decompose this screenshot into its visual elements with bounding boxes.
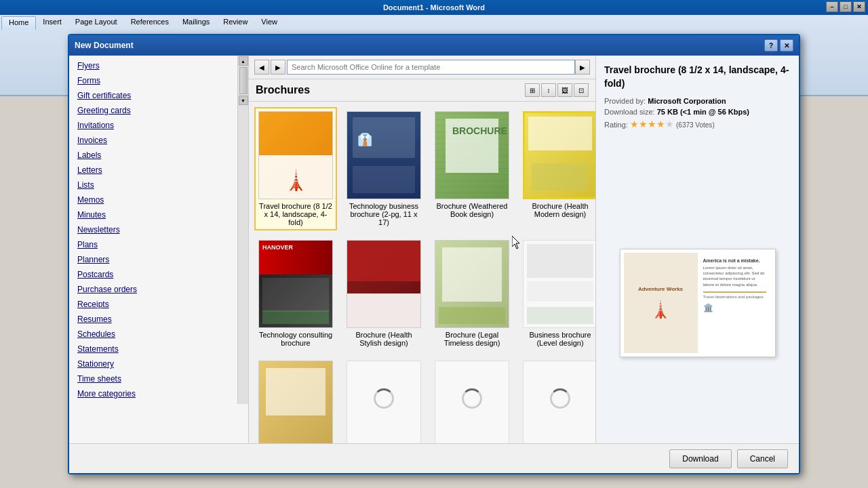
sidebar-item-greeting-cards[interactable]: Greeting cards [69,103,237,118]
preview-left: Adventure Works 🗼 [624,253,698,353]
sidebar-item-invitations[interactable]: Invitations [69,118,237,133]
template-label-tech-consult: Technology consulting brochure [258,331,333,347]
sidebar-item-statements[interactable]: Statements [69,342,237,357]
tab-review[interactable]: Review [216,16,254,30]
window-title: Document1 - Microsoft Word [383,3,485,12]
template-thumb-legal-timeless [435,240,509,328]
detail-panel: Travel brochure (8 1/2 x 14, landscape, … [595,56,799,473]
sidebar-item-stationery[interactable]: Stationery [69,357,237,371]
template-label-health-modern: Brochure (Health Modern design) [523,202,595,218]
new-document-dialog: New Document ? ✕ Flyers Forms Gift certi… [68,34,800,474]
template-thumb-professional-services [435,361,509,449]
tab-insert[interactable]: Insert [36,16,68,30]
sidebar-list: Flyers Forms Gift certificates Greeting … [69,56,237,404]
title-bar-controls: – □ ✕ [826,1,865,12]
sidebar-item-resumes[interactable]: Resumes [69,312,237,327]
dialog-titlebar-controls: ? ✕ [764,39,793,52]
search-go-button[interactable]: ▶ [575,60,590,75]
sidebar-item-lists[interactable]: Lists [69,178,237,192]
view-large-button[interactable]: 🖼 [557,83,572,97]
dialog-help-button[interactable]: ? [764,39,778,52]
dialog-close-button[interactable]: ✕ [780,39,793,52]
sidebar-item-letters[interactable]: Letters [69,163,237,178]
template-thumb-health-stylish [347,240,421,328]
preview-brand: Adventure Works [638,286,683,292]
restore-button[interactable]: □ [840,1,852,12]
title-bar: Document1 - Microsoft Word – □ ✕ [0,0,868,15]
template-thumb-business-marketing [523,361,595,449]
sidebar-item-schedules[interactable]: Schedules [69,327,237,342]
template-item-health-modern[interactable]: Brochure (Health Modern design) [519,107,595,230]
sidebar-item-newsletters[interactable]: Newsletters [69,222,237,237]
template-thumb-tech-business: 👔 [347,111,421,199]
template-thumb-travel [258,111,333,199]
search-input[interactable] [287,60,575,75]
template-item-health-stylish[interactable]: Brochure (Health Stylish design) [342,236,425,351]
preview-right: America is not a mistake. Lorem ipsum do… [698,253,772,353]
sidebar-item-invoices[interactable]: Invoices [69,133,237,148]
tab-view[interactable]: View [254,16,284,30]
minimize-button[interactable]: – [826,1,838,12]
sidebar-scroll-thumb[interactable] [239,67,248,94]
download-button[interactable]: Download [669,449,731,468]
download-size-value: 75 KB (<1 min @ 56 Kbps) [657,108,749,116]
preview-inner: Adventure Works 🗼 America is not a mista… [624,253,772,353]
sidebar-scroll-up-arrow[interactable]: ▲ [239,56,248,66]
template-thumb-business-812 [258,361,333,449]
tab-page-layout[interactable]: Page Layout [68,16,124,30]
sidebar-item-plans[interactable]: Plans [69,237,237,252]
template-label-tech-business: Technology business brochure (2-pg, 11 x… [347,202,421,226]
detail-rating: Rating: ★★★★★ (6373 Votes) [604,119,791,129]
sidebar-item-flyers[interactable]: Flyers [69,58,237,73]
sidebar-item-more-categories[interactable]: More categories [69,386,237,401]
template-item-weathered[interactable]: BROCHURE Brochure (Weathered Book design… [431,107,513,230]
template-label-legal-timeless: Brochure (Legal Timeless design) [435,331,509,347]
template-item-travel[interactable]: Travel brochure (8 1/2 x 14, landscape, … [254,107,337,230]
sidebar-item-planners[interactable]: Planners [69,252,237,267]
sidebar-item-forms[interactable]: Forms [69,73,237,88]
view-small-button[interactable]: ⊡ [574,83,589,97]
sidebar-item-minutes[interactable]: Minutes [69,207,237,222]
sidebar-item-receipts[interactable]: Receipts [69,297,237,312]
template-thumb-tech-consult: HANOVER [258,240,333,328]
sidebar-item-purchase-orders[interactable]: Purchase orders [69,282,237,297]
tab-references[interactable]: References [124,16,176,30]
template-label-weathered: Brochure (Weathered Book design) [435,202,509,218]
template-label-health-stylish: Brochure (Health Stylish design) [347,331,421,347]
main-content: ◀ ▶ ▶ Brochures ⊞ ↕ 🖼 ⊡ [249,56,595,473]
template-grid-container: Travel brochure (8 1/2 x 14, landscape, … [249,102,595,473]
tab-mailings[interactable]: Mailings [176,16,216,30]
close-button[interactable]: ✕ [853,1,865,12]
sidebar: Flyers Forms Gift certificates Greeting … [69,56,249,473]
view-grid-button[interactable]: ⊞ [525,83,540,97]
template-item-legal-timeless[interactable]: Brochure (Legal Timeless design) [431,236,513,351]
preview-image-container: Adventure Works 🗼 America is not a mista… [604,140,791,465]
template-item-tech-business[interactable]: 👔 Technology business brochure (2-pg, 11… [342,107,425,230]
dialog-footer: Download Cancel [69,443,799,473]
template-item-tech-consult[interactable]: HANOVER Technology consulting brochure [254,236,337,351]
detail-provided-by: Provided by: Microsoft Corporation [604,97,791,105]
preview-image: Adventure Works 🗼 America is not a mista… [620,249,776,357]
sidebar-item-labels[interactable]: Labels [69,148,237,163]
rating-votes: (6373 Votes) [676,121,715,129]
provided-by-value: Microsoft Corporation [648,97,726,105]
sidebar-scroll-down-arrow[interactable]: ▼ [239,96,248,105]
rating-stars: ★★★★★ [630,119,674,129]
brochures-header: Brochures ⊞ ↕ 🖼 ⊡ [249,79,595,102]
sidebar-item-postcards[interactable]: Postcards [69,267,237,282]
ribbon-tabs: Home Insert Page Layout References Maili… [0,15,868,30]
dialog-title: New Document [75,41,134,50]
cancel-button[interactable]: Cancel [737,449,788,468]
template-label-travel: Travel brochure (8 1/2 x 14, landscape, … [258,202,333,226]
brochures-title: Brochures [256,84,310,96]
template-item-business-level[interactable]: Business brochure (Level design) [519,236,595,351]
detail-download-size: Download size: 75 KB (<1 min @ 56 Kbps) [604,108,791,116]
search-bar: ◀ ▶ ▶ [249,56,595,79]
forward-button[interactable]: ▶ [271,60,285,75]
sidebar-item-memos[interactable]: Memos [69,192,237,207]
sidebar-item-gift-certificates[interactable]: Gift certificates [69,88,237,103]
sidebar-item-time-sheets[interactable]: Time sheets [69,371,237,386]
back-button[interactable]: ◀ [254,60,269,75]
tab-home[interactable]: Home [1,16,36,30]
sort-button[interactable]: ↕ [541,83,556,97]
